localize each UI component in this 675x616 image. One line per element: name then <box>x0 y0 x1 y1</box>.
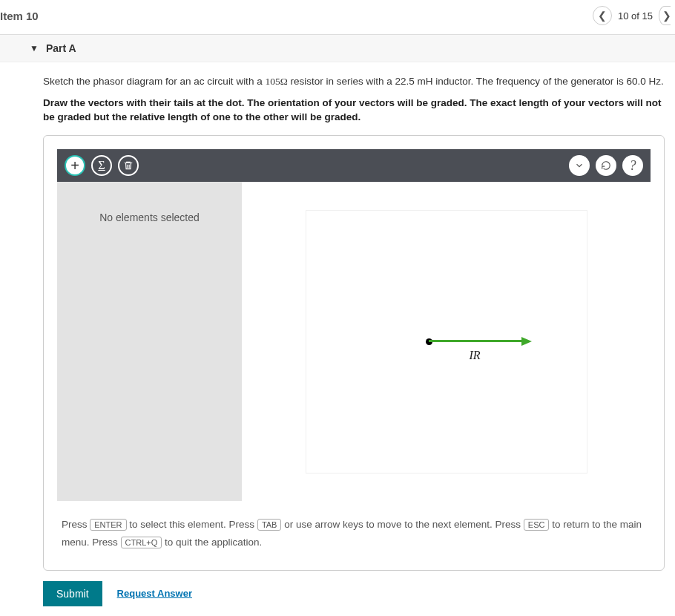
part-header[interactable]: ▼ Part A <box>0 35 675 62</box>
kbd-esc: ESC <box>524 519 550 531</box>
elements-sidebar: No elements selected <box>57 182 242 501</box>
keyboard-hints: Press ENTER to select this element. Pres… <box>57 501 651 557</box>
vector-arrowhead-icon[interactable] <box>521 337 532 346</box>
progress-indicator: 10 of 15 <box>618 10 653 22</box>
drawing-canvas[interactable]: IR <box>242 182 651 501</box>
vector-line[interactable] <box>429 340 524 342</box>
submit-button[interactable]: Submit <box>43 581 102 606</box>
item-title: Item 10 <box>0 10 39 22</box>
options-dropdown-button[interactable] <box>569 155 590 176</box>
prev-button[interactable]: ❮ <box>593 6 612 25</box>
collapse-caret-icon: ▼ <box>30 43 39 53</box>
kbd-ctrlq: CTRL+Q <box>121 537 162 548</box>
next-button[interactable]: ❯ <box>659 6 671 25</box>
sigma-button[interactable]: Σ <box>91 155 112 176</box>
drawing-toolbar: + Σ ? <box>57 149 651 182</box>
question-text: Sketch the phasor diagram for an ac circ… <box>43 74 665 89</box>
request-answer-link[interactable]: Request Answer <box>117 588 192 599</box>
delete-button[interactable] <box>118 155 139 176</box>
kbd-tab: TAB <box>257 519 282 531</box>
part-label: Part A <box>46 42 76 54</box>
reset-button[interactable] <box>596 155 616 176</box>
kbd-enter: ENTER <box>90 519 126 531</box>
instruction-text: Draw the vectors with their tails at the… <box>43 96 665 125</box>
drawing-widget: + Σ ? No eleme <box>43 135 665 571</box>
vector-label: IR <box>470 349 481 362</box>
add-element-button[interactable]: + <box>65 155 85 176</box>
sidebar-empty-text: No elements selected <box>99 212 200 223</box>
help-button[interactable]: ? <box>622 155 643 176</box>
